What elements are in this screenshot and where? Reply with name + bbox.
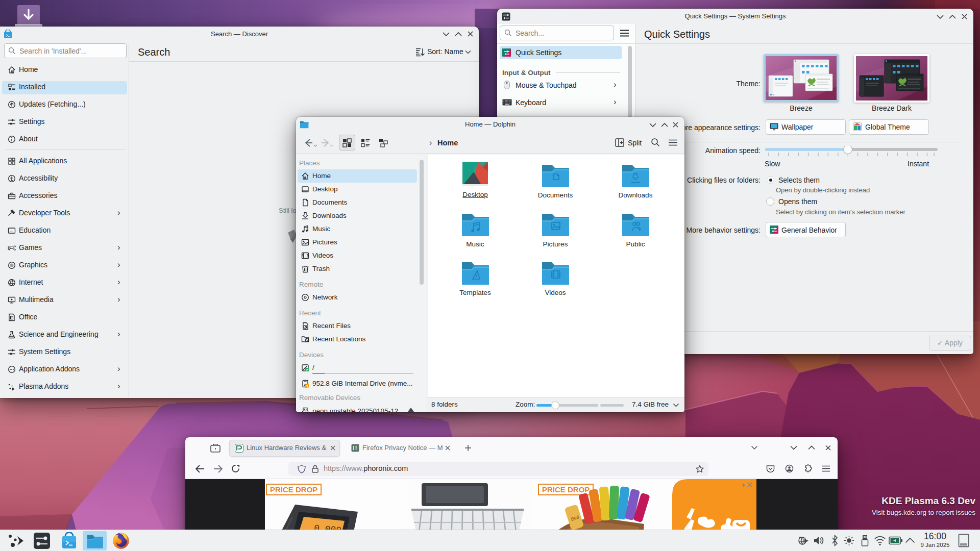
svg-text:3: 3: [355, 445, 357, 450]
